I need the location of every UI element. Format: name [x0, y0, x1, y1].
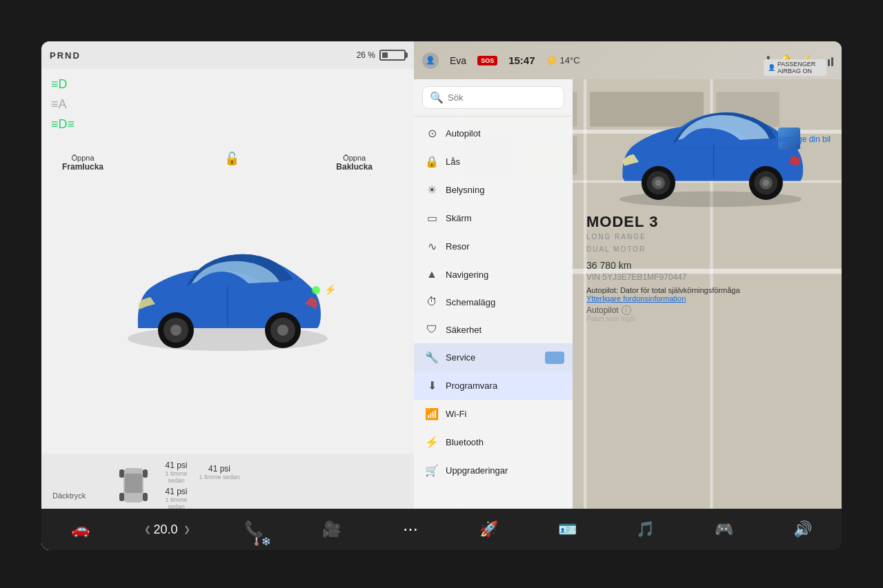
name-car-button[interactable]: Namnge din bil — [775, 134, 831, 144]
menu-label-schemalag: Schemalägg — [446, 297, 495, 307]
tyre-fr-sub: 1 timme sedan — [195, 474, 244, 480]
menu-item-uppgraderingar[interactable]: 🛒 Uppgraderingar — [414, 456, 573, 485]
search-input[interactable] — [448, 92, 557, 103]
info-circle-icon[interactable]: i — [622, 305, 631, 315]
signal-bar-3 — [828, 59, 830, 66]
svg-point-6 — [277, 325, 288, 336]
nav-icon: ▲ — [425, 268, 439, 281]
svg-rect-12 — [119, 469, 124, 478]
passenger-badge: 👤 PASSENGER AIRBAG ON — [764, 59, 826, 76]
icon-extra[interactable]: ≡D≡ — [51, 117, 404, 132]
temp-arrow-right[interactable]: ❯ — [183, 525, 190, 534]
model-info: MODEL 3 LONG RANGE DUAL MOTOR 36 780 km … — [586, 213, 828, 323]
menu-label-wifi: Wi-Fi — [446, 409, 466, 419]
trips-icon: ∿ — [425, 240, 439, 253]
menu-item-sakerhet[interactable]: 🛡 Säkerhet — [414, 316, 573, 343]
temp-arrow-left[interactable]: ❮ — [144, 525, 151, 534]
software-icon: ⬇ — [425, 379, 439, 392]
lock-icon: 🔒 — [425, 155, 439, 168]
map-weather: ☀️ 14°C — [546, 55, 580, 65]
menu-item-belysning[interactable]: ☀ Belysning — [414, 176, 573, 204]
menu-item-navigering[interactable]: ▲ Navigering — [414, 261, 573, 288]
safety-icon: 🛡 — [425, 323, 439, 336]
svg-point-8 — [312, 286, 320, 294]
temp-value: 20.0 — [154, 523, 178, 537]
front-trunk-label[interactable]: Öppna Framlucka — [62, 154, 103, 172]
menu-item-programvara[interactable]: ⬇ Programvara — [414, 372, 573, 400]
taskbar-rocket-icon[interactable]: 🚀 — [473, 514, 504, 545]
tyre-fl-sub: 1 timme sedan — [157, 470, 195, 484]
service-icon: 🔧 — [425, 351, 439, 364]
menu-label-programvara: Programvara — [446, 381, 497, 391]
car-area: Öppna Framlucka 🔓 Öppna Baklucka — [41, 140, 414, 454]
signal-bar-4 — [831, 57, 833, 66]
menu-item-skarm[interactable]: ▭ Skärm — [414, 204, 573, 232]
menu-item-las[interactable]: 🔒 Lås — [414, 148, 573, 176]
top-bar-left: PRND 26 % — [41, 41, 414, 69]
taskbar-volume-icon[interactable]: 🔊 — [787, 514, 817, 545]
taskbar-dots-icon[interactable]: ⋯ — [395, 514, 426, 545]
search-input-box[interactable]: 🔍 — [422, 86, 564, 109]
menu-label-skarm: Skärm — [446, 213, 472, 223]
weather-icon: ☀️ — [546, 55, 557, 65]
menu-item-autopilot[interactable]: ⊙ Autopilot — [414, 119, 573, 148]
paket-sub: Paket som ingår — [586, 315, 828, 323]
taskbar-spotify-icon[interactable]: 🎵 — [631, 514, 661, 545]
svg-rect-11 — [125, 474, 142, 493]
icon-autopilot[interactable]: ≡A — [51, 97, 404, 112]
menu-item-schemalag[interactable]: ⏱ Schemalägg — [414, 288, 573, 316]
menu-label-las: Lås — [446, 156, 460, 167]
svg-point-3 — [170, 325, 181, 336]
tyre-fl: 41 psi — [157, 460, 195, 470]
battery-fill — [382, 52, 388, 58]
svg-rect-15 — [143, 493, 148, 501]
passenger-text: PASSENGER AIRBAG ON — [777, 61, 822, 74]
taskbar-id-icon[interactable]: 🪪 — [552, 514, 582, 545]
tyre-rl-sub: 1 timme sedan — [157, 496, 195, 510]
taskbar-sub-icons: 🌡️❄️ — [252, 537, 271, 546]
taskbar-camera-icon[interactable]: 🎥 — [317, 514, 347, 545]
autopilot-icon: ⊙ — [425, 127, 439, 140]
settings-panel: 🔍 ⊙ Autopilot 🔒 Lås ☀ Belysning — [414, 79, 573, 509]
svg-text:⚡: ⚡ — [324, 284, 337, 296]
menu-label-navigering: Navigering — [446, 270, 488, 280]
model-variant1: LONG RANGE — [586, 231, 828, 243]
light-icon: ☀ — [425, 183, 439, 196]
svg-point-32 — [655, 180, 662, 186]
menu-list: ⊙ Autopilot 🔒 Lås ☀ Belysning ▭ Skärm ∿ — [414, 116, 573, 509]
model-title: MODEL 3 — [586, 213, 828, 231]
map-topbar: 👤 Eva SOS 15:47 ☀️ 14°C ⬇ 🔔 ⚡ — [414, 41, 842, 79]
map-topbar-left: 👤 Eva SOS 15:47 ☀️ 14°C — [422, 52, 580, 69]
unlock-icon[interactable]: 🔓 — [224, 151, 239, 166]
left-icons: ≡D ≡A ≡D≡ — [41, 69, 414, 140]
menu-item-service[interactable]: 🔧 Service — [414, 343, 573, 372]
wifi-icon: 📶 — [425, 407, 439, 420]
search-icon: 🔍 — [430, 91, 444, 104]
model-vin: VIN 5YJ3E7EB1MF970447 — [586, 272, 828, 282]
menu-item-wifi[interactable]: 📶 Wi-Fi — [414, 400, 573, 428]
autopilot-row-label: Autopilot — [586, 305, 619, 315]
taskbar-car-icon[interactable]: 🚗 — [66, 514, 96, 545]
menu-item-resor[interactable]: ∿ Resor — [414, 232, 573, 261]
icon-lights[interactable]: ≡D — [51, 77, 404, 92]
model-km: 36 780 km — [586, 260, 828, 271]
service-badge — [545, 352, 564, 364]
taskbar-temp: 20.0 — [154, 523, 181, 537]
search-bar: 🔍 — [414, 79, 573, 116]
mini-car-svg — [118, 461, 149, 509]
vehicle-info-link[interactable]: Ytterligare fordonsinformation — [586, 294, 828, 303]
tyre-label: Däcktryck — [52, 491, 108, 500]
autopilot-row: Autopilot i — [586, 305, 828, 315]
user-avatar: 👤 — [422, 52, 439, 69]
taskbar-games-icon[interactable]: 🎮 — [708, 514, 739, 545]
menu-item-bluetooth[interactable]: ⚡ Bluetooth — [414, 428, 573, 456]
menu-label-sakerhet: Säkerhet — [446, 325, 482, 335]
rear-trunk-label[interactable]: Öppna Baklucka — [336, 154, 373, 172]
taskbar: 🚗 ❮ 20.0 ❯ 🌡️❄️ 📞 🎥 ⋯ 🚀 🪪 🎵 🎮 🔊 — [41, 509, 842, 550]
menu-label-autopilot: Autopilot — [446, 128, 481, 139]
prnd-display: PRND — [50, 50, 81, 61]
svg-point-36 — [763, 180, 769, 186]
svg-rect-14 — [119, 493, 124, 501]
menu-label-resor: Resor — [446, 241, 470, 252]
menu-label-uppgraderingar: Uppgraderingar — [446, 465, 508, 476]
